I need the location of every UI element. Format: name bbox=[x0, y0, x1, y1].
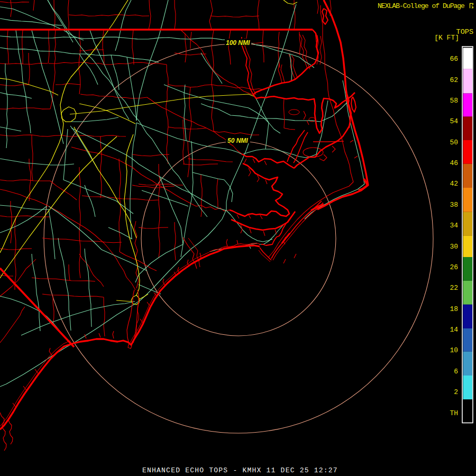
svg-text:10: 10 bbox=[450, 346, 458, 354]
svg-text:46: 46 bbox=[450, 159, 458, 167]
svg-text:50 NMI: 50 NMI bbox=[227, 137, 248, 144]
svg-text:14: 14 bbox=[450, 326, 458, 334]
svg-text:6: 6 bbox=[454, 368, 458, 376]
svg-text:22: 22 bbox=[450, 284, 458, 292]
svg-text:38: 38 bbox=[450, 201, 458, 209]
svg-text:2: 2 bbox=[454, 388, 458, 396]
svg-text:54: 54 bbox=[450, 117, 458, 125]
svg-text:30: 30 bbox=[450, 243, 458, 251]
svg-text:34: 34 bbox=[450, 222, 458, 230]
svg-text:18: 18 bbox=[450, 305, 458, 313]
svg-text:100 NMI: 100 NMI bbox=[226, 39, 250, 47]
svg-text:[K FT]: [K FT] bbox=[434, 34, 459, 42]
svg-text:NEXLAB-College of DuPage: NEXLAB-College of DuPage bbox=[378, 2, 464, 10]
svg-text:TH: TH bbox=[450, 409, 458, 417]
svg-text:50: 50 bbox=[450, 139, 458, 147]
svg-text:ENHANCED ECHO TOPS - KMHX 11 D: ENHANCED ECHO TOPS - KMHX 11 DEC 25 12:2… bbox=[142, 466, 338, 474]
svg-text:42: 42 bbox=[450, 180, 458, 188]
svg-text:26: 26 bbox=[450, 263, 458, 271]
svg-text:66: 66 bbox=[450, 55, 458, 63]
svg-text:62: 62 bbox=[450, 76, 458, 84]
svg-text:58: 58 bbox=[450, 97, 458, 105]
